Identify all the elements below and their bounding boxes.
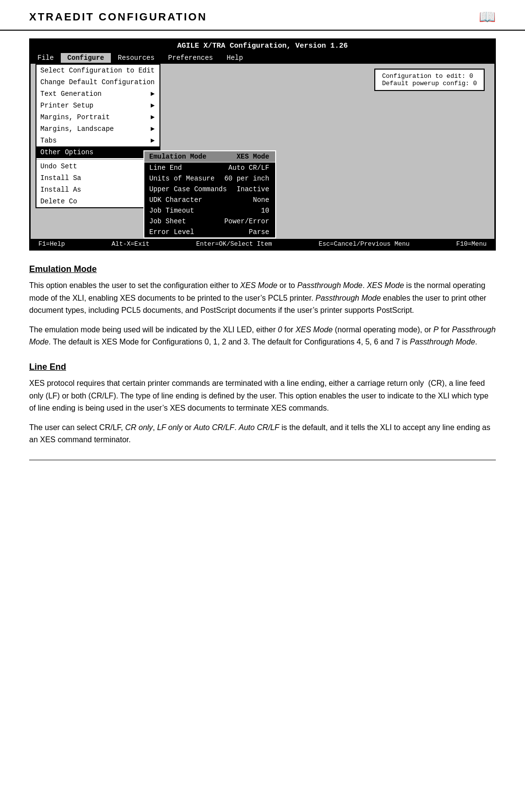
doc-para-line-end-2: The user can select CR/LF, CR only, LF o… bbox=[29, 421, 496, 446]
submenu-row-job-sheet[interactable]: Job Sheet Power/Error bbox=[144, 216, 275, 227]
submenu-value: Power/Error bbox=[224, 217, 269, 225]
page-header: XTRAEDIT CONFIGURATION 📖 bbox=[0, 0, 525, 31]
menu-item-printer-setup[interactable]: Printer Setup ► bbox=[36, 100, 159, 111]
arrow-icon: ► bbox=[151, 102, 155, 109]
doc-section-emulation-mode: Emulation Mode This option enables the u… bbox=[29, 264, 496, 348]
menu-item-text-gen[interactable]: Text Generation ► bbox=[36, 88, 159, 100]
status-bar: F1=Help Alt-X=Exit Enter=OK/Select Item … bbox=[31, 239, 494, 249]
submenu-label: Line End bbox=[149, 164, 182, 172]
arrow-icon: ► bbox=[151, 125, 155, 133]
submenu-row-udk[interactable]: UDK Character None bbox=[144, 195, 275, 205]
menu-bar: File Configure Resources Preferences Hel… bbox=[31, 52, 494, 64]
submenu-value: 10 bbox=[261, 207, 269, 215]
window-title: AGILE X/TRA Configuration, Version 1.26 bbox=[177, 42, 348, 50]
window-body: Select Configuration to Edit Change Defa… bbox=[31, 64, 494, 239]
menu-file[interactable]: File bbox=[31, 53, 61, 63]
content-area: AGILE X/TRA Configuration, Version 1.26 … bbox=[0, 38, 525, 480]
submenu-value: Inactive bbox=[237, 185, 269, 193]
info-line2: Default powerup config: 0 bbox=[382, 80, 477, 87]
submenu-value: Auto CR/LF bbox=[228, 164, 269, 172]
doc-title-line-end: Line End bbox=[29, 362, 496, 372]
submenu-header-label: Emulation Mode bbox=[149, 153, 207, 161]
status-altx: Alt-X=Exit bbox=[112, 240, 150, 248]
status-f1: F1=Help bbox=[38, 240, 65, 248]
menu-resources[interactable]: Resources bbox=[111, 53, 161, 63]
submenu-value: None bbox=[253, 196, 269, 204]
menu-preferences[interactable]: Preferences bbox=[161, 53, 220, 63]
main-dropdown: Select Configuration to Edit Change Defa… bbox=[35, 64, 160, 208]
status-f10: F10=Menu bbox=[456, 240, 487, 248]
info-line1: Configuration to edit: 0 bbox=[382, 72, 477, 80]
submenu-row-units[interactable]: Units of Measure 60 per inch bbox=[144, 173, 275, 184]
menu-divider bbox=[36, 159, 159, 160]
info-box: Configuration to edit: 0 Default powerup… bbox=[374, 69, 485, 91]
submenu-label: Job Sheet bbox=[149, 217, 186, 225]
submenu-value: 60 per inch bbox=[224, 175, 269, 182]
submenu-label: Job Timeout bbox=[149, 207, 194, 215]
menu-help[interactable]: Help bbox=[220, 53, 250, 63]
submenu-row-job-timeout[interactable]: Job Timeout 10 bbox=[144, 205, 275, 216]
menu-item-margins-portrait[interactable]: Margins, Portrait ► bbox=[36, 111, 159, 123]
menu-configure[interactable]: Configure bbox=[61, 53, 111, 63]
doc-para-emulation-1: This option enables the user to set the … bbox=[29, 279, 496, 317]
submenu-label: Upper Case Commands bbox=[149, 185, 227, 193]
doc-para-emulation-2: The emulation mode being used will be in… bbox=[29, 324, 496, 348]
menu-item-delete-co[interactable]: Delete Co bbox=[36, 196, 159, 207]
doc-para-line-end-1: XES protocol requires that certain print… bbox=[29, 377, 496, 415]
menu-item-undo[interactable]: Undo Sett bbox=[36, 161, 159, 172]
menu-item-other-options[interactable]: Other Options ► bbox=[36, 146, 159, 158]
submenu-label: Error Level bbox=[149, 228, 194, 236]
submenu-row-upper-case[interactable]: Upper Case Commands Inactive bbox=[144, 184, 275, 195]
menu-item-install-as[interactable]: Install As bbox=[36, 184, 159, 196]
retro-window: AGILE X/TRA Configuration, Version 1.26 … bbox=[29, 38, 496, 251]
menu-item-tabs[interactable]: Tabs ► bbox=[36, 135, 159, 146]
other-options-submenu: Emulation Mode XES Mode Line End Auto CR… bbox=[143, 150, 276, 238]
status-enter: Enter=OK/Select Item bbox=[196, 240, 272, 248]
submenu-header-value: XES Mode bbox=[237, 153, 269, 161]
submenu-label: UDK Character bbox=[149, 196, 202, 204]
submenu-row-error-level[interactable]: Error Level Parse bbox=[144, 227, 275, 237]
submenu-value: Parse bbox=[249, 228, 269, 236]
window-title-bar: AGILE X/TRA Configuration, Version 1.26 bbox=[31, 40, 494, 52]
submenu-label: Units of Measure bbox=[149, 175, 214, 182]
menu-item-change-default[interactable]: Change Default Configuration bbox=[36, 76, 159, 88]
submenu-header: Emulation Mode XES Mode bbox=[144, 151, 275, 162]
page-title: XTRAEDIT CONFIGURATION bbox=[29, 11, 207, 23]
status-esc: Esc=Cancel/Previous Menu bbox=[318, 240, 409, 248]
menu-item-margins-landscape[interactable]: Margins, Landscape ► bbox=[36, 123, 159, 135]
header-icon: 📖 bbox=[479, 9, 496, 25]
menu-item-select-config[interactable]: Select Configuration to Edit bbox=[36, 65, 159, 76]
arrow-icon: ► bbox=[151, 90, 155, 98]
page-divider bbox=[29, 460, 496, 460]
arrow-icon: ► bbox=[151, 137, 155, 144]
doc-section-line-end: Line End XES protocol requires that cert… bbox=[29, 362, 496, 446]
menu-item-install-sa[interactable]: Install Sa bbox=[36, 172, 159, 184]
submenu-row-line-end[interactable]: Line End Auto CR/LF bbox=[144, 162, 275, 173]
arrow-icon: ► bbox=[151, 113, 155, 121]
doc-title-emulation-mode: Emulation Mode bbox=[29, 264, 496, 274]
